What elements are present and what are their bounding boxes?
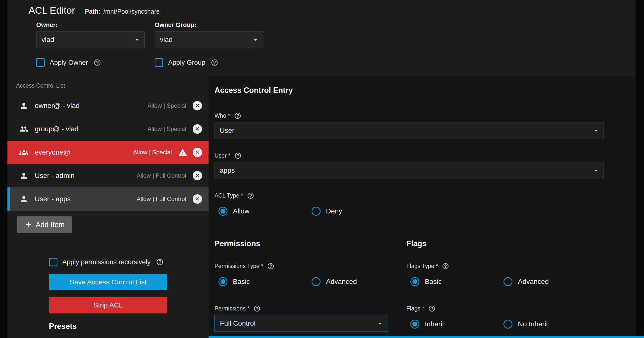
- flags-section-title: Flags: [406, 239, 604, 248]
- acl-row[interactable]: everyone@ Allow | Special ✕: [8, 141, 208, 164]
- owner-column: Owner: vlad Apply Owner: [36, 21, 145, 67]
- flags-value-label: Flags *: [406, 305, 604, 312]
- chevron-down-icon: [592, 166, 600, 175]
- radio-circle: [312, 277, 320, 286]
- help-icon[interactable]: [254, 305, 261, 312]
- acl-row[interactable]: User - admin Allow | Full Control ✕: [8, 164, 208, 187]
- permissions-select-value: Full Control: [220, 319, 256, 327]
- delete-entry-icon[interactable]: ✕: [193, 194, 202, 204]
- flags-column: Flags Flags Type * Basic Advanced: [406, 239, 604, 332]
- acl-row-label: owner@ - vlad: [35, 102, 148, 110]
- who-label-text: Who *: [214, 112, 230, 119]
- permissions-select[interactable]: Full Control: [214, 315, 388, 332]
- acl-row-summary: Allow | Special: [133, 149, 172, 156]
- user-select[interactable]: apps: [214, 162, 604, 179]
- radio-label: Deny: [326, 207, 342, 215]
- recursive-label: Apply permissions recursively: [62, 258, 151, 266]
- delete-entry-icon[interactable]: ✕: [193, 124, 202, 134]
- access-control-entry-panel: Access Control Entry Who * User User * a…: [208, 76, 636, 338]
- radio-permissions-advanced[interactable]: Advanced: [312, 277, 405, 286]
- apply-group-label: Apply Group: [168, 59, 205, 66]
- radio-inherit[interactable]: Inherit: [410, 320, 504, 329]
- help-icon[interactable]: [234, 152, 242, 159]
- apply-group-checkbox[interactable]: [155, 58, 163, 67]
- people-icon: [19, 125, 28, 133]
- permissions-type-label-text: Permissions Type *: [214, 263, 263, 270]
- radio-circle: [218, 277, 228, 286]
- acl-row-summary: Allow | Special: [148, 126, 186, 132]
- radio-circle: [312, 207, 320, 216]
- radio-circle: [410, 320, 419, 329]
- radio-no-inherit[interactable]: No Inherit: [504, 320, 596, 329]
- user-label: User *: [214, 152, 604, 159]
- help-icon[interactable]: [442, 263, 449, 270]
- help-icon[interactable]: [428, 305, 436, 312]
- permissions-column: Permissions Permissions Type * Basic Adv…: [214, 239, 406, 332]
- save-acl-button[interactable]: Save Access Control List: [49, 274, 167, 290]
- help-icon[interactable]: [247, 192, 254, 199]
- help-icon[interactable]: [267, 263, 274, 270]
- flags-type-label-text: Flags Type *: [406, 263, 438, 270]
- path-label: Path:: [85, 8, 100, 15]
- acl-row-summary: Allow | Special: [148, 102, 186, 109]
- owner-group-select[interactable]: vlad: [155, 31, 263, 48]
- apply-owner-label: Apply Owner: [50, 59, 88, 66]
- who-select[interactable]: User: [214, 122, 604, 139]
- radio-deny[interactable]: Deny: [312, 207, 405, 216]
- groups-icon: [19, 148, 28, 157]
- acl-row[interactable]: owner@ - vlad Allow | Special ✕: [8, 94, 208, 117]
- radio-flags-advanced[interactable]: Advanced: [504, 277, 596, 286]
- radio-allow[interactable]: Allow: [218, 207, 312, 216]
- acl-row[interactable]: User - apps Allow | Full Control ✕: [8, 187, 208, 211]
- acl-editor-page: ACL Editor Path: /mnt/Pool/syncshare Own…: [0, 0, 644, 338]
- acl-rows: owner@ - vlad Allow | Special ✕ group@ -…: [8, 94, 208, 211]
- owner-label: Owner:: [36, 21, 145, 28]
- radio-permissions-basic[interactable]: Basic: [218, 277, 312, 286]
- warning-icon: [178, 148, 187, 157]
- help-icon[interactable]: [94, 59, 101, 66]
- title-row: ACL Editor Path: /mnt/Pool/syncshare: [28, 5, 636, 16]
- delete-entry-icon[interactable]: ✕: [193, 171, 202, 180]
- presets-title: Presets: [49, 322, 167, 331]
- acl-row[interactable]: group@ - vlad Allow | Special ✕: [8, 117, 208, 141]
- radio-label: Advanced: [326, 278, 357, 286]
- radio-label: Basic: [425, 278, 442, 286]
- radio-flags-basic[interactable]: Basic: [410, 277, 504, 286]
- permissions-type-label: Permissions Type *: [214, 263, 406, 270]
- radio-label: Basic: [233, 278, 250, 286]
- help-icon[interactable]: [211, 59, 218, 66]
- acl-row-summary: Allow | Full Control: [136, 196, 186, 203]
- plus-icon: [24, 221, 32, 229]
- radio-label: No Inherit: [518, 320, 548, 328]
- strip-acl-button[interactable]: Strip ACL: [49, 297, 167, 314]
- chevron-down-icon: [592, 126, 600, 135]
- flags-type-label: Flags Type *: [406, 263, 604, 270]
- flags-type-radio-group: Basic Advanced: [406, 276, 604, 287]
- delete-entry-icon[interactable]: ✕: [193, 101, 202, 110]
- owner-group-select-value: vlad: [160, 36, 172, 44]
- divider: [214, 233, 604, 233]
- add-item-button[interactable]: Add Item: [17, 216, 72, 233]
- radio-circle: [218, 207, 228, 216]
- radio-label: Advanced: [518, 278, 549, 286]
- help-icon[interactable]: [156, 258, 164, 266]
- owner-select[interactable]: vlad: [36, 31, 145, 48]
- bottom-accent-strip: [208, 336, 644, 338]
- acl-row-label: User - apps: [35, 195, 136, 203]
- chevron-down-icon: [132, 35, 142, 44]
- who-select-value: User: [220, 127, 234, 134]
- person-icon: [19, 195, 28, 204]
- delete-entry-icon[interactable]: ✕: [193, 148, 202, 157]
- path-value: /mnt/Pool/syncshare: [104, 8, 160, 15]
- acl-type-radio-group: Allow Deny: [214, 206, 604, 217]
- apply-owner-checkbox[interactable]: [36, 58, 45, 67]
- breadcrumb: Path: /mnt/Pool/syncshare: [85, 8, 160, 15]
- recursive-checkbox[interactable]: [49, 258, 57, 266]
- permissions-type-radio-group: Basic Advanced: [214, 276, 406, 287]
- chevron-down-icon: [251, 35, 260, 44]
- page-title: ACL Editor: [28, 5, 75, 16]
- help-icon[interactable]: [234, 112, 241, 119]
- owner-row: Owner: vlad Apply Owner Owner Group: vla…: [36, 21, 636, 67]
- chevron-down-icon: [376, 319, 385, 328]
- user-label-text: User *: [214, 152, 230, 159]
